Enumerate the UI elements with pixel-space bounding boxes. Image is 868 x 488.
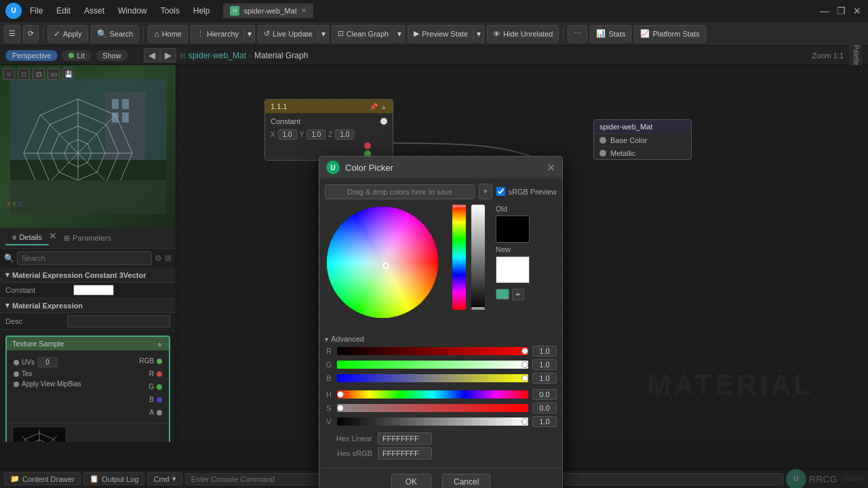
close-tab-icon[interactable]: ✕ [301, 7, 307, 14]
live-update-button[interactable]: ↺ Live Update [258, 25, 319, 43]
g-value-input[interactable] [532, 359, 557, 370]
constant-color-swatch[interactable] [73, 285, 114, 296]
color-picker-close-button[interactable]: ✕ [547, 161, 555, 174]
close-details-button[interactable]: ✕ [49, 230, 57, 245]
hex-linear-input[interactable] [378, 432, 432, 445]
preview-cylinder-btn[interactable]: ⊡ [33, 68, 45, 80]
constant-output-pin[interactable] [380, 118, 387, 125]
menu-window[interactable]: Window [115, 5, 150, 17]
g-slider[interactable] [337, 361, 528, 369]
tex-dot [14, 371, 19, 377]
spider-node-header[interactable]: spider-web_Mat [594, 120, 691, 134]
live-update-dropdown[interactable]: ▾ [319, 25, 329, 43]
constant-node-pin[interactable]: 📌 [370, 103, 378, 110]
section-material-header[interactable]: ▾ Material Expression [0, 298, 176, 313]
content-drawer-button[interactable]: 📁 Content Drawer [4, 472, 81, 485]
maximize-button[interactable]: ❐ [835, 5, 846, 16]
texture-node-header[interactable]: Texture Sample ▲ [7, 337, 169, 350]
menu-asset[interactable]: Asset [81, 5, 107, 17]
prop-desc-input[interactable] [67, 315, 170, 327]
v-value-input[interactable] [532, 416, 557, 427]
zoom-indicator: Zoom 1:1 [812, 52, 844, 60]
hue-slider[interactable] [452, 205, 466, 310]
details-search-input[interactable] [17, 251, 152, 265]
clean-graph-button[interactable]: ⊡ Clean Graph [332, 25, 395, 43]
uvs-input[interactable] [37, 357, 58, 367]
hierarchy-dropdown[interactable]: ▾ [245, 25, 255, 43]
srgb-checkbox[interactable] [496, 187, 505, 196]
metallic-pin[interactable] [599, 150, 606, 157]
search-button[interactable]: 🔍 Search [91, 25, 140, 43]
texture-collapse-button[interactable]: ▲ [156, 340, 163, 348]
color-preset-dropdown[interactable]: ▾ [479, 184, 492, 199]
grid-view-icon[interactable]: ⊞ [165, 253, 172, 263]
y-value[interactable]: 1.0 [307, 129, 326, 140]
toolbar-icon1[interactable]: ☰ [4, 25, 20, 43]
lit-button[interactable]: Lit [62, 50, 92, 61]
constant-r-pin[interactable] [364, 142, 371, 149]
stats-button[interactable]: 📊 Stats [590, 25, 631, 43]
h-slider-thumb [337, 391, 344, 398]
parameters-tab[interactable]: ⊞ Parameters [57, 230, 118, 245]
eyedropper-button[interactable]: ✒ [512, 289, 524, 300]
cancel-button[interactable]: Cancel [442, 474, 490, 488]
z-value[interactable]: 1.0 [335, 129, 354, 140]
details-tab[interactable]: ≡ Details [5, 230, 49, 245]
close-button[interactable]: ✕ [852, 5, 863, 16]
nav-back[interactable]: ◀ [144, 48, 160, 62]
x-value[interactable]: 1.0 [278, 129, 297, 140]
color-sample-button[interactable] [496, 289, 509, 300]
section-constant-header[interactable]: ▾ Material Expression Constant 3Vector [0, 268, 176, 283]
breadcrumb-material[interactable]: spider-web_Mat [189, 51, 246, 60]
settings-icon[interactable]: ⚙ [155, 253, 162, 263]
advanced-toggle[interactable]: ▾ Advanced [325, 332, 557, 346]
output-log-button[interactable]: 📋 Output Log [83, 472, 144, 485]
preview-state-dropdown[interactable]: ▾ [474, 25, 484, 43]
h-value-input[interactable] [532, 389, 557, 400]
menu-file[interactable]: File [27, 5, 45, 17]
srgb-checkbox-row[interactable]: sRGB Preview [496, 187, 557, 196]
show-button[interactable]: Show [96, 50, 128, 61]
home-button[interactable]: ⌂ Home [148, 25, 188, 43]
cmd-button[interactable]: Cmd ▾ [147, 472, 182, 485]
constant-node-header[interactable]: 1.1.1 📌 ▲ [265, 100, 393, 113]
color-wheel[interactable] [325, 205, 447, 327]
clean-graph-dropdown[interactable]: ▾ [395, 25, 405, 43]
base-color-pin[interactable] [599, 137, 606, 144]
nav-forward[interactable]: ▶ [160, 48, 176, 62]
menu-help[interactable]: Help [191, 5, 213, 17]
preview-state-button[interactable]: ▶ Preview State [408, 25, 474, 43]
hierarchy-button[interactable]: ⋮ Hierarchy [191, 25, 245, 43]
color-picker-header: U Color Picker ✕ [319, 157, 562, 178]
minimize-button[interactable]: — [819, 5, 830, 16]
constant-node-collapse[interactable]: ▲ [380, 103, 387, 110]
s-value-input[interactable] [532, 403, 557, 413]
tab-spider-web[interactable]: M spider-web_Mat ✕ [223, 3, 313, 18]
h-slider[interactable] [337, 390, 528, 399]
brightness-slider[interactable] [471, 205, 485, 310]
menu-tools[interactable]: Tools [158, 5, 182, 17]
preview-sphere-btn[interactable]: ○ [3, 68, 15, 80]
ok-button[interactable]: OK [391, 474, 431, 488]
r-value-input[interactable] [532, 346, 557, 357]
palette-button[interactable]: Palette [849, 43, 863, 67]
b-value-input[interactable] [532, 373, 557, 384]
apply-button[interactable]: ✓ Apply [47, 25, 88, 43]
toolbar-icon2[interactable]: ⟳ [23, 25, 39, 43]
more-options-button[interactable]: ⋯ [568, 25, 587, 43]
s-slider[interactable] [337, 404, 528, 412]
preview-cube-btn[interactable]: □ [18, 68, 30, 80]
perspective-button[interactable]: Perspective [5, 50, 58, 61]
menu-edit[interactable]: Edit [54, 5, 73, 17]
constant-output-pins [271, 142, 387, 149]
v-slider[interactable] [337, 418, 528, 426]
r-slider[interactable] [337, 347, 528, 355]
hide-unrelated-button[interactable]: 👁 Hide Unrelated [487, 25, 559, 43]
color-wheel-canvas[interactable] [325, 205, 440, 320]
platform-stats-button[interactable]: 📈 Platform Stats [634, 25, 705, 43]
hex-srgb-input[interactable] [378, 447, 432, 460]
preview-save-btn[interactable]: 💾 [62, 68, 75, 80]
drag-drop-box[interactable]: Drag & drop colors here to save [325, 184, 475, 199]
b-slider[interactable] [337, 374, 528, 382]
preview-plane-btn[interactable]: ▭ [47, 68, 60, 80]
